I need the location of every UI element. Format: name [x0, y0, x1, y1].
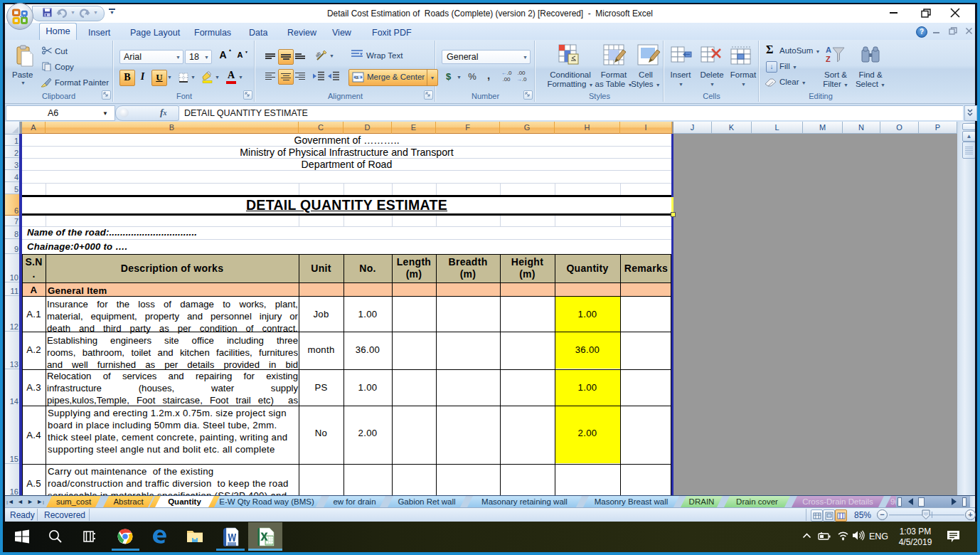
svg-text:Z: Z [826, 55, 831, 63]
svg-text:a: a [356, 75, 358, 80]
svg-text:A: A [826, 46, 831, 54]
